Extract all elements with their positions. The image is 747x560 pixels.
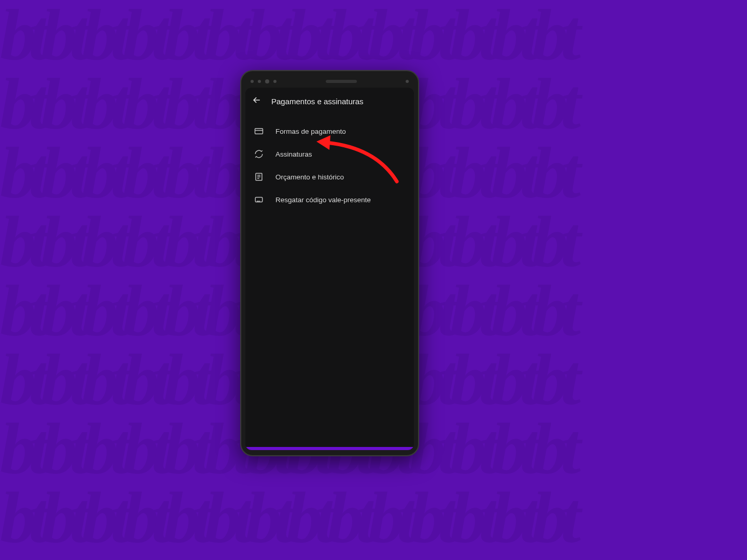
home-indicator (245, 447, 414, 450)
svg-point-8 (258, 201, 259, 202)
svg-rect-0 (255, 129, 263, 134)
phone-notch (245, 77, 414, 88)
arrow-left-icon (252, 95, 262, 107)
menu-list: Formas de pagamento Assinaturas Orçament… (245, 115, 414, 216)
menu-item-label: Assinaturas (275, 150, 312, 158)
svg-point-9 (259, 201, 260, 202)
receipt-icon (254, 172, 264, 182)
menu-item-label: Formas de pagamento (275, 128, 346, 135)
menu-item-payment-methods[interactable]: Formas de pagamento (245, 120, 414, 143)
menu-item-subscriptions[interactable]: Assinaturas (245, 143, 414, 165)
svg-point-7 (257, 201, 258, 202)
page-title: Pagamentos e assinaturas (271, 97, 364, 106)
credit-card-icon (254, 126, 264, 136)
screen: Pagamentos e assinaturas Formas de pagam… (245, 88, 414, 450)
menu-item-label: Orçamento e histórico (275, 173, 344, 181)
phone-frame: Pagamentos e assinaturas Formas de pagam… (240, 70, 419, 456)
gift-code-icon (254, 194, 264, 205)
back-button[interactable] (251, 95, 263, 107)
menu-item-budget-history[interactable]: Orçamento e histórico (245, 165, 414, 188)
menu-item-label: Resgatar código vale-presente (275, 196, 371, 204)
refresh-icon (254, 149, 264, 159)
app-bar: Pagamentos e assinaturas (245, 88, 414, 115)
menu-item-redeem-code[interactable]: Resgatar código vale-presente (245, 188, 414, 211)
